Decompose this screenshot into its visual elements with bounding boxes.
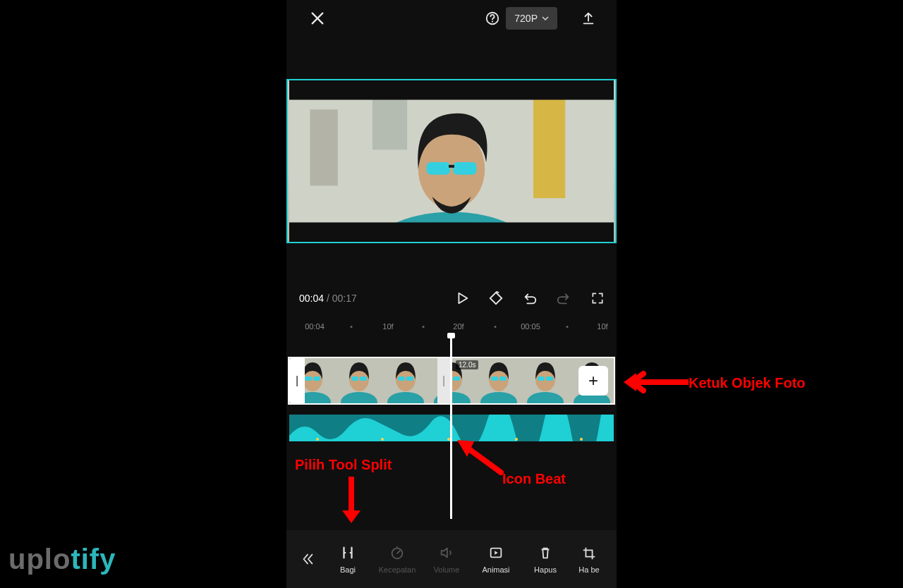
speed-icon — [389, 544, 406, 561]
tool-speed: Kecepatan — [374, 537, 420, 581]
chevron-double-left-icon — [300, 551, 315, 567]
svg-point-1 — [492, 20, 493, 22]
delete-icon — [537, 544, 554, 561]
export-button[interactable] — [578, 8, 598, 28]
annotation-pick-split: Pilih Tool Split — [295, 457, 392, 473]
arrow-down-icon — [339, 477, 364, 526]
clip-thumbnail — [336, 358, 382, 403]
tool-delete[interactable]: Hapus — [522, 537, 569, 581]
chevron-down-icon — [542, 16, 549, 20]
arrow-left-icon — [621, 369, 689, 395]
svg-rect-9 — [453, 162, 476, 175]
svg-rect-8 — [427, 162, 450, 175]
svg-rect-11 — [289, 80, 614, 100]
close-icon — [310, 11, 325, 26]
current-time: 00:04 — [299, 293, 324, 304]
time-display: 00:04 / 00:17 — [299, 293, 357, 304]
clip-duration-badge: 12.0s — [456, 360, 478, 369]
ruler-dot — [423, 326, 425, 328]
redo-icon — [556, 290, 571, 306]
svg-rect-21 — [351, 376, 358, 381]
keyframe-button[interactable] — [487, 289, 505, 307]
tool-split[interactable]: Bagi — [325, 537, 371, 581]
duration-time: 00:17 — [332, 293, 357, 304]
svg-rect-22 — [360, 376, 367, 381]
svg-rect-16 — [305, 376, 312, 381]
watermark-part1: uplo — [8, 544, 71, 575]
svg-rect-4 — [310, 109, 338, 185]
tool-label: Bagi — [340, 565, 356, 574]
svg-point-50 — [381, 438, 384, 441]
svg-rect-12 — [289, 222, 614, 242]
svg-rect-17 — [313, 376, 320, 381]
fullscreen-icon — [590, 291, 605, 305]
tool-animation[interactable]: Animasi — [473, 537, 519, 581]
ruler-tick: 00:05 — [521, 322, 540, 331]
svg-point-53 — [580, 438, 583, 441]
watermark: uplotify — [8, 544, 116, 575]
clip-handle-left[interactable]: | — [289, 358, 305, 403]
handle-glyph: | — [442, 374, 445, 387]
playhead[interactable] — [450, 336, 452, 519]
svg-rect-10 — [449, 165, 454, 168]
help-button[interactable] — [483, 8, 502, 28]
svg-rect-36 — [491, 376, 498, 381]
top-bar: 720P — [286, 0, 617, 37]
clip-transition-handle[interactable]: | — [437, 358, 450, 403]
undo-button[interactable] — [521, 289, 539, 307]
ruler-tick: 20f — [453, 322, 463, 331]
clip-thumbnail — [382, 358, 429, 403]
ruler-tick: 10f — [382, 322, 393, 331]
tool-label: Volume — [434, 565, 460, 574]
undo-icon — [522, 290, 538, 306]
keyframe-icon — [488, 290, 504, 306]
bottom-toolbar: Bagi Kecepatan Volume Animasi Hapus — [286, 530, 617, 588]
toolbar-back-button[interactable] — [293, 545, 322, 573]
playback-bar: 00:04 / 00:17 — [286, 281, 617, 316]
svg-point-49 — [316, 438, 319, 441]
time-separator: / — [324, 293, 332, 304]
ruler-dot — [495, 326, 497, 328]
plus-icon: + — [588, 371, 598, 391]
tool-volume: Volume — [423, 537, 470, 581]
play-button[interactable] — [453, 289, 471, 307]
ruler-dot — [566, 326, 569, 328]
svg-rect-37 — [499, 376, 507, 381]
svg-rect-32 — [453, 376, 460, 381]
clip-thumbnail — [522, 358, 569, 403]
svg-rect-27 — [406, 376, 413, 381]
resolution-button[interactable]: 720P — [506, 7, 557, 30]
volume-icon — [438, 544, 455, 561]
ruler-tick: 00:04 — [305, 322, 325, 331]
export-icon — [581, 11, 596, 26]
tool-more[interactable]: Ha be — [571, 537, 607, 581]
tool-label: Animasi — [482, 565, 509, 574]
svg-point-52 — [515, 438, 518, 441]
clip-thumbnail — [475, 358, 522, 403]
watermark-part2: tify — [71, 544, 116, 575]
svg-rect-41 — [538, 376, 545, 381]
preview-illustration — [288, 80, 615, 242]
ruler-dot — [351, 326, 353, 328]
help-icon — [485, 11, 500, 26]
tool-label: Ha be — [578, 566, 599, 574]
crop-icon — [581, 545, 598, 562]
handle-glyph: | — [296, 374, 298, 387]
close-button[interactable] — [308, 8, 327, 28]
add-media-button[interactable]: + — [578, 366, 608, 396]
fullscreen-button[interactable] — [588, 289, 607, 307]
play-icon — [454, 290, 470, 306]
animation-icon — [487, 544, 504, 561]
editor-app: 720P — [286, 0, 617, 588]
tool-label: Kecepatan — [379, 565, 416, 574]
video-preview[interactable] — [286, 79, 617, 243]
svg-rect-42 — [546, 376, 553, 381]
tool-label: Hapus — [534, 565, 557, 574]
resolution-label: 720P — [514, 13, 538, 24]
split-icon — [339, 544, 356, 561]
redo-button — [554, 289, 573, 307]
ruler-tick: 10f — [597, 322, 607, 331]
annotation-tap-photo: Ketuk Objek Foto — [689, 375, 806, 391]
svg-rect-26 — [398, 376, 405, 381]
arrow-diagonal-icon — [454, 439, 504, 478]
